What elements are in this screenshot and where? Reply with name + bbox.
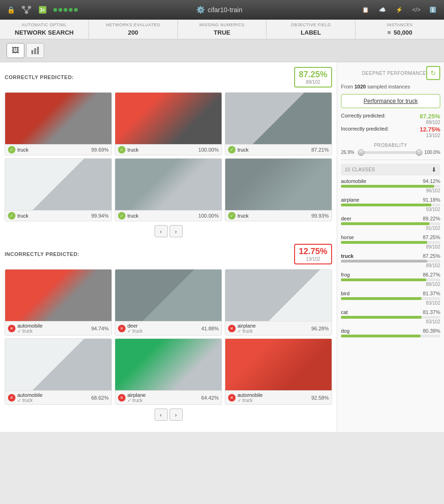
- class-bar-0: [341, 185, 434, 188]
- class-bar-3: [341, 241, 427, 244]
- correctly-predicted-row-label: Correctly predicted:: [341, 113, 385, 125]
- class-bar-wrap-8: [341, 335, 440, 337]
- stat-value-1: 200: [95, 29, 172, 36]
- incorrect-prev-button[interactable]: ‹: [155, 409, 168, 421]
- incorrectly-predicted-header: INCORRECTLY PREDICTED: 12.75% 13/102: [5, 244, 332, 264]
- correct-pct-5: 99.93%: [311, 213, 329, 219]
- correct-img-3: [5, 159, 111, 210]
- incorrect-img-3: [5, 339, 111, 390]
- right-panel: DEEPNET PERFORMANCE ↻ From 1020 sampled …: [337, 62, 444, 432]
- class-bar-wrap-6: [341, 297, 440, 300]
- correctly-predicted-badge: 87.25% 89/102: [294, 67, 332, 88]
- class-bar-6: [341, 297, 422, 300]
- class-pct-3: 87.25%: [423, 234, 440, 240]
- incorrect-img-card-2: ✕ airplane ✓ truck 96.28%: [225, 269, 332, 336]
- correct-pct-4: 100.00%: [199, 213, 219, 219]
- info-icon[interactable]: ℹ️: [428, 5, 438, 15]
- class-row-3: horse87.25%89/102: [341, 234, 440, 249]
- correct-img-label-1: ✓ truck 100.00%: [115, 144, 222, 155]
- class-row-0: automobile94.12%96/102: [341, 178, 440, 193]
- performance-for-button[interactable]: Performance for truck: [341, 94, 440, 108]
- lines-icon: ≡: [387, 29, 391, 36]
- classes-title: 10 CLASSES: [345, 167, 375, 172]
- stat-instances: INSTANCES ≡ 50,000: [355, 20, 444, 39]
- clipboard-icon[interactable]: 📋: [361, 5, 371, 15]
- incorrect-label-4: airplane: [127, 392, 146, 398]
- class-pct-1: 91.18%: [423, 197, 440, 203]
- svg-rect-7: [31, 50, 33, 54]
- incorrectly-predicted-grid: ✕ automobile ✓ truck 94.74% ✕ deer: [5, 269, 332, 405]
- svg-line-4: [27, 8, 30, 11]
- correct-prev-button[interactable]: ‹: [155, 225, 168, 237]
- class-pct-6: 81.37%: [423, 291, 440, 296]
- class-count-0: 96/102: [341, 188, 440, 193]
- download-button[interactable]: ⬇: [431, 166, 437, 173]
- code-icon[interactable]: </>: [411, 5, 422, 15]
- badge-icon: 3+: [37, 5, 48, 15]
- stat-value-4: ≡ 50,000: [361, 29, 438, 36]
- correct-pct-3: 99.94%: [91, 213, 109, 219]
- refresh-button[interactable]: ↻: [426, 66, 440, 80]
- correct-img-4: [115, 159, 222, 210]
- network-icon: [22, 5, 32, 15]
- top-bar-left: 🔒 3+: [6, 5, 78, 15]
- stat-label-2: MISSING NUMERICS: [184, 22, 261, 27]
- slider-thumb-right[interactable]: [416, 149, 422, 156]
- incorrect-pct-0: 94.74%: [91, 326, 109, 331]
- class-count-5: 88/102: [341, 282, 440, 287]
- incorrect-img-2: [225, 270, 332, 321]
- main-content: CORRECTLY PREDICTED: 87.25% 89/102 ✓ tru…: [0, 62, 444, 432]
- upload-icon[interactable]: ☁️: [377, 5, 388, 15]
- lightning-icon[interactable]: ⚡: [394, 5, 405, 15]
- incorrect-label-2: airplane: [237, 323, 256, 329]
- correctly-predicted-row: Correctly predicted: 87.25% 89/102: [341, 113, 440, 125]
- app-title-bar: ⚙️ cifar10-train: [196, 6, 243, 14]
- class-bar-4: [341, 260, 427, 263]
- x-icon-3: ✕: [8, 394, 15, 402]
- prob-min: 26.9%: [341, 150, 356, 155]
- correct-img-1: [115, 93, 222, 144]
- chart-view-button[interactable]: [26, 43, 44, 58]
- class-count-6: 83/102: [341, 300, 440, 306]
- class-bar-1: [341, 204, 431, 206]
- correctly-pct-right: 87.25%: [420, 113, 440, 120]
- incorrect-img-0: [5, 270, 111, 321]
- stat-missing-numerics: MISSING NUMERICS TRUE: [178, 20, 267, 39]
- check-icon-2: ✓: [228, 146, 236, 153]
- incorrect-label-3: automobile: [17, 392, 43, 398]
- correct-pagination: ‹ ›: [5, 225, 332, 237]
- class-name-0: automobile: [341, 178, 366, 184]
- class-row-1: airplane91.18%93/102: [341, 197, 440, 212]
- correct-img-card-1: ✓ truck 100.00%: [115, 92, 222, 155]
- class-name-6: bird: [341, 291, 349, 296]
- stat-value-0: NETWORK SEARCH: [6, 29, 83, 36]
- classes-list: automobile94.12%96/102airplane91.18%93/1…: [341, 178, 440, 337]
- class-bar-7: [341, 316, 422, 319]
- sampled-count: 1020: [355, 84, 366, 89]
- correctly-predicted-header: CORRECTLY PREDICTED: 87.25% 89/102: [5, 67, 332, 88]
- incorrect-img-label-2: ✕ airplane ✓ truck 96.28%: [225, 321, 332, 335]
- incorrect-sublabel-2: ✓ truck: [237, 329, 256, 334]
- incorrect-sublabel-1: ✓ truck: [127, 329, 142, 334]
- slider-thumb-left[interactable]: [358, 149, 364, 156]
- image-view-button[interactable]: 🖼: [7, 43, 24, 58]
- incorrect-label-5: automobile: [237, 392, 263, 398]
- sampled-info: From 1020 sampled instances: [341, 84, 440, 89]
- class-name-4: truck: [341, 253, 354, 259]
- svg-rect-9: [37, 47, 39, 54]
- stat-label-1: NETWORKS EVALUATED: [95, 22, 172, 27]
- class-pct-4: 87.25%: [423, 253, 440, 259]
- incorrectly-predicted-pct: 12.75%: [299, 247, 327, 256]
- incorrect-next-button[interactable]: ›: [170, 409, 183, 421]
- correct-next-button[interactable]: ›: [170, 225, 183, 237]
- incorrect-img-5: [225, 339, 332, 390]
- incorrect-sublabel-3: ✓ truck: [17, 398, 43, 403]
- correctly-sub-right: 89/102: [420, 120, 440, 125]
- class-pct-5: 86.27%: [423, 272, 440, 278]
- incorrectly-pct-right: 12.75%: [420, 126, 440, 133]
- stat-label-0: AUTOMATIC OPTIML: [6, 22, 83, 27]
- class-bar-2: [341, 222, 429, 225]
- class-pct-8: 80.39%: [423, 328, 440, 334]
- correct-img-label-0: ✓ truck 99.69%: [5, 144, 111, 155]
- incorrectly-predicted-badge: 12.75% 13/102: [294, 244, 332, 264]
